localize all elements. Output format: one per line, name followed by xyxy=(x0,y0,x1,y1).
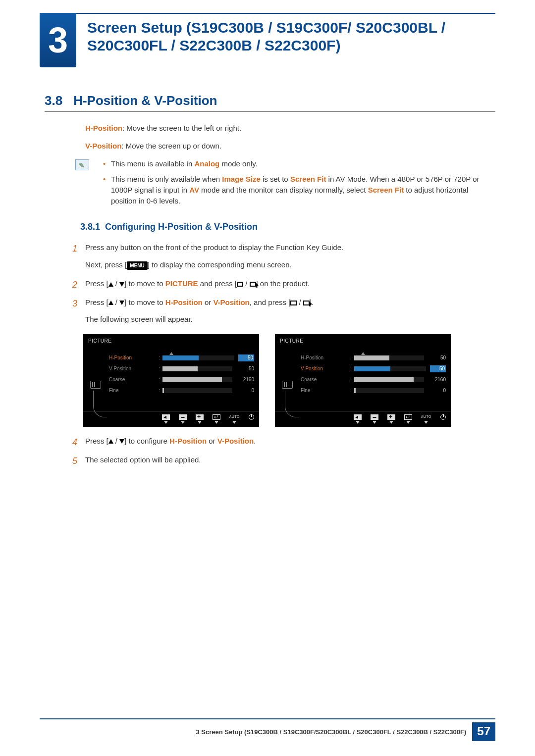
page-number: 57 xyxy=(472,722,495,741)
osd-item-value: 50 xyxy=(430,365,446,373)
down-arrow-icon xyxy=(119,301,124,305)
page-body: H-Position: Move the screen to the left … xyxy=(85,123,485,473)
step-4: 4 Press [ / ] to configure H-Position or… xyxy=(85,436,485,447)
osd-slider xyxy=(354,366,426,371)
osd-auto-label: AUTO xyxy=(421,414,431,420)
osd-nav-bar: AUTO xyxy=(275,411,451,427)
osd-item-label: V-Position xyxy=(109,365,159,373)
osd-slider xyxy=(354,355,424,360)
osd-up-indicator xyxy=(83,347,259,353)
section-title: H-Position & V-Position xyxy=(73,93,217,108)
osd-category-icon xyxy=(90,381,101,389)
chapter-title: Screen Setup (S19C300B / S19C300F/ S20C3… xyxy=(87,19,490,54)
chapter-number-badge: 3 xyxy=(40,13,76,67)
step-2: 2 Press [ / ] to move to PICTURE and pre… xyxy=(85,278,485,289)
footer-text: 3 Screen Setup (S19C300B / S19C300F/S20C… xyxy=(196,728,466,736)
source-icon xyxy=(237,282,243,287)
source-enter-icon xyxy=(303,301,310,305)
subsection-title: Configuring H-Position & V-Position xyxy=(105,222,258,232)
menu-key-icon: MENU xyxy=(127,261,147,270)
step-1: 1 Press any button on the front of the p… xyxy=(85,242,485,271)
osd-auto-label: AUTO xyxy=(229,414,240,420)
osd-row: Coarse:2160 xyxy=(109,375,254,385)
note-icon xyxy=(75,159,89,170)
source-icon xyxy=(290,301,297,305)
osd-minus-icon xyxy=(371,414,378,420)
up-arrow-icon xyxy=(108,439,113,444)
osd-slider xyxy=(354,388,424,393)
osd-minus-icon xyxy=(179,414,187,420)
osd-item-label: H-Position xyxy=(301,354,350,362)
osd-slider xyxy=(162,355,234,360)
osd-row: H-Position:50 xyxy=(301,353,446,363)
down-arrow-icon xyxy=(119,282,124,287)
osd-enter-icon xyxy=(213,414,220,420)
osd-title: PICTURE xyxy=(275,334,451,347)
osd-category-icon xyxy=(282,381,293,389)
osd-screenshot-left: PICTURE H-Position:50V-Position:50Coarse… xyxy=(83,334,259,427)
osd-row: V-Position:50 xyxy=(109,364,254,374)
osd-screenshot-right: PICTURE H-Position:50V-Position:50Coarse… xyxy=(275,334,451,427)
up-arrow-icon xyxy=(108,301,113,305)
v-position-desc: V-Position: Move the screen up or down. xyxy=(85,141,485,151)
step-5: 5 The selected option will be applied. xyxy=(85,454,485,465)
osd-item-label: Fine xyxy=(109,387,159,395)
note-bullet-2: This menu is only available when Image S… xyxy=(106,174,485,206)
osd-plus-icon xyxy=(387,414,395,420)
osd-nav-bar: AUTO xyxy=(83,411,259,427)
osd-item-value: 0 xyxy=(236,387,254,395)
osd-item-value: 50 xyxy=(236,365,254,373)
osd-up-indicator xyxy=(275,347,451,353)
v-position-label: V-Position xyxy=(85,142,121,150)
up-arrow-icon xyxy=(108,282,113,287)
section-heading: 3.8H-Position & V-Position xyxy=(45,93,495,112)
subsection-number: 3.8.1 xyxy=(80,222,100,232)
osd-power-icon xyxy=(440,414,446,420)
osd-item-label: Coarse xyxy=(301,376,350,384)
osd-plus-icon xyxy=(196,414,204,420)
osd-row: H-Position:50 xyxy=(109,353,254,363)
section-number: 3.8 xyxy=(45,93,62,108)
osd-row: Fine:0 xyxy=(301,386,446,396)
osd-item-label: Coarse xyxy=(109,376,159,384)
osd-slider xyxy=(162,366,232,371)
down-arrow-icon xyxy=(119,439,124,444)
note-bullet-1: This menu is available in Analog mode on… xyxy=(106,158,485,169)
h-position-desc: H-Position: Move the screen to the left … xyxy=(85,123,485,134)
osd-item-value: 2160 xyxy=(428,376,446,384)
osd-back-icon xyxy=(354,414,362,420)
osd-enter-icon xyxy=(404,414,412,420)
osd-item-label: H-Position xyxy=(109,354,159,362)
osd-curve-decoration xyxy=(285,391,299,417)
subsection-heading: 3.8.1 Configuring H-Position & V-Positio… xyxy=(80,220,485,233)
osd-curve-decoration xyxy=(93,391,107,417)
osd-row: Coarse:2160 xyxy=(301,375,446,385)
osd-item-value: 50 xyxy=(238,354,254,362)
osd-item-value: 50 xyxy=(428,354,446,362)
step-3: 3 Press [ / ] to move to H-Position or V… xyxy=(85,297,485,427)
h-position-label: H-Position xyxy=(85,124,122,132)
note-block: This menu is available in Analog mode on… xyxy=(95,158,485,206)
osd-item-label: V-Position xyxy=(301,365,350,373)
osd-back-icon xyxy=(162,414,170,420)
source-enter-icon xyxy=(250,282,256,287)
osd-item-value: 0 xyxy=(428,387,446,395)
osd-slider xyxy=(162,388,232,393)
osd-item-value: 2160 xyxy=(236,376,254,384)
osd-slider xyxy=(354,377,424,382)
osd-slider xyxy=(162,377,232,382)
osd-row: V-Position:50 xyxy=(301,364,446,374)
top-rule xyxy=(40,13,495,14)
osd-row: Fine:0 xyxy=(109,386,254,396)
osd-power-icon xyxy=(249,414,254,420)
page-footer: 3 Screen Setup (S19C300B / S19C300F/S20C… xyxy=(40,718,495,741)
osd-item-label: Fine xyxy=(301,387,350,395)
osd-title: PICTURE xyxy=(83,334,259,347)
